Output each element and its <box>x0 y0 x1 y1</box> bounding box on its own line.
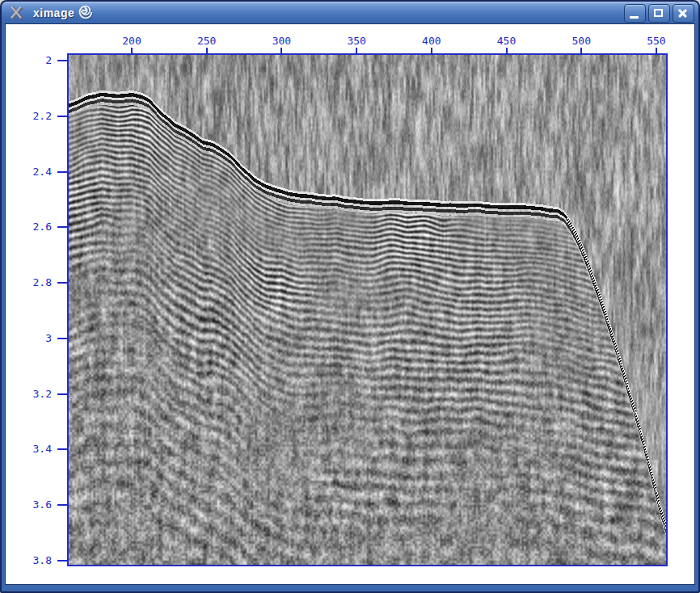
window-controls <box>624 4 694 23</box>
swirl-emblem-icon <box>76 2 95 21</box>
ximage-window: ximage 200250300350400450500550 22.22.42… <box>0 0 700 593</box>
x-tick-label: 350 <box>336 36 377 47</box>
x-tick-mark <box>431 48 432 54</box>
minimize-icon <box>630 16 639 19</box>
y-tick-mark <box>57 282 68 284</box>
x-tick-label: 400 <box>411 36 452 47</box>
y-tick-label: 3.8 <box>10 555 52 566</box>
y-tick-mark <box>57 448 68 450</box>
window-title: ximage <box>33 6 74 19</box>
x-tick-mark <box>206 48 208 54</box>
x-tick-label: 300 <box>261 36 302 47</box>
maximize-icon <box>654 9 663 17</box>
minimize-button[interactable] <box>624 4 646 23</box>
y-tick-mark <box>57 338 68 339</box>
x-tick-mark <box>356 48 357 54</box>
x-tick-label: 500 <box>561 36 601 47</box>
maximize-button[interactable] <box>648 4 670 23</box>
x-tick-mark <box>280 48 282 54</box>
y-tick-label: 3.2 <box>10 389 52 400</box>
y-tick-mark <box>57 504 68 506</box>
y-tick-mark <box>57 226 68 228</box>
x-tick-label: 250 <box>187 36 227 47</box>
y-tick-label: 2 <box>10 55 52 66</box>
y-tick-mark <box>57 60 68 61</box>
window-titlebar[interactable]: ximage <box>2 2 698 23</box>
x-tick-mark <box>506 48 508 54</box>
x-tick-mark <box>131 48 133 54</box>
y-tick-mark <box>57 116 68 117</box>
x-tick-mark <box>656 48 657 54</box>
y-tick-mark <box>57 393 68 395</box>
y-tick-label: 3.6 <box>10 499 52 511</box>
y-tick-label: 2.8 <box>10 277 52 288</box>
x-tick-label: 450 <box>487 36 527 47</box>
x11-app-icon[interactable] <box>9 6 25 20</box>
y-tick-mark <box>57 560 68 561</box>
x-tick-mark <box>580 48 582 54</box>
y-tick-label: 2.2 <box>10 111 52 122</box>
x-tick-label: 550 <box>636 36 677 47</box>
y-tick-label: 2.6 <box>10 221 52 233</box>
y-tick-label: 2.4 <box>10 166 52 178</box>
seismic-section-image[interactable] <box>69 55 666 565</box>
y-tick-label: 3.4 <box>10 444 52 455</box>
y-tick-label: 3 <box>10 333 52 344</box>
y-tick-mark <box>57 171 68 173</box>
x-tick-label: 200 <box>112 36 152 47</box>
close-icon <box>673 5 694 22</box>
close-button[interactable] <box>673 4 694 23</box>
